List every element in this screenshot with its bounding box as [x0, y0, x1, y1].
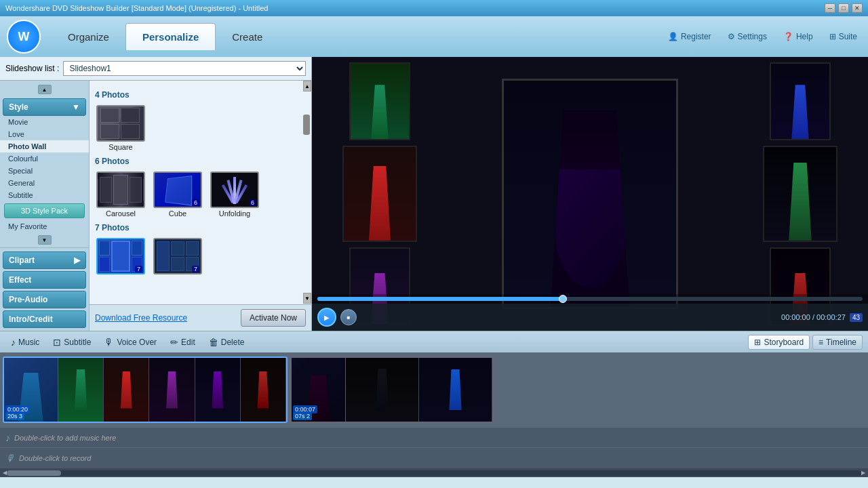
style-item-7b[interactable]: 7 [152, 237, 203, 277]
slideshow-list-label: Slideshow list : [5, 64, 59, 73]
slideshow-bar: Slideshow list : Slideshow1 [0, 57, 311, 81]
left-nav: ▲ Style ▼ Movie Love Photo Wall Colourfu… [0, 81, 90, 331]
style-label-carousel: Carousel [106, 209, 136, 218]
scroll-down-arrow[interactable]: ▼ [38, 235, 52, 245]
activate-now-button[interactable]: Activate Now [241, 309, 306, 327]
voice-icon: 🎙 [104, 337, 114, 348]
style-item-unfolding[interactable]: 6 Unfolding [209, 170, 260, 219]
navbar: W Organize Personalize Create 👤 Register… [0, 16, 868, 57]
style-thumb-carousel [96, 171, 145, 208]
preview-photo-right-top [770, 62, 831, 140]
voice-hint-text: Double-click to record [19, 454, 91, 462]
horizontal-scrollbar[interactable]: ◀ ▶ [0, 468, 868, 477]
subtitle-button[interactable]: ⊡ Subtitle [47, 335, 96, 350]
app-logo: W [7, 20, 41, 54]
close-btn[interactable]: ✕ [852, 3, 863, 13]
help-btn[interactable]: ❓ Help [779, 29, 817, 44]
sidebar-item-movie[interactable]: Movie [0, 116, 89, 128]
section-header-7photos: 7 Photos [95, 223, 300, 232]
play-button[interactable]: ▶ [317, 308, 336, 327]
style-item-carousel[interactable]: Carousel [95, 170, 146, 219]
tab-personalize[interactable]: Personalize [125, 23, 216, 50]
user-icon: 👤 [668, 32, 678, 41]
gear-icon: ⚙ [728, 32, 735, 41]
slide-2-sub-thumbs [346, 358, 492, 422]
slide-1-duration: 0:00:20 [5, 405, 30, 413]
scroll-bottom-btn[interactable]: ▼ [303, 293, 311, 304]
scroll-top-btn[interactable]: ▲ [303, 81, 311, 92]
storyboard-slide-1[interactable]: 20s 3 0:00:20 [3, 357, 288, 423]
preview-area: ▶ ■ 00:00:00 / 00:00:27 43 [312, 57, 868, 331]
voice-over-button[interactable]: 🎙 Voice Over [99, 335, 162, 350]
slide-2-thumb-blue [419, 358, 492, 422]
delete-icon: 🗑 [209, 337, 218, 348]
style-thumb-7b: 7 [153, 238, 202, 274]
preview-photo-left-mid [342, 146, 417, 242]
stop-button[interactable]: ■ [340, 309, 357, 325]
storyboard-slide-2[interactable]: 07s 2 0:00:07 [290, 357, 494, 423]
style-items-7photos: 7 [95, 237, 300, 277]
style-item-cube[interactable]: 6 Cube [152, 170, 203, 219]
scrollbar-track[interactable] [7, 470, 861, 476]
preview-photo-left-top [349, 62, 410, 140]
preview-right-column [732, 57, 868, 331]
style-thumb-7a: 7 [96, 238, 145, 274]
slide-1-sub-thumbs [58, 358, 286, 422]
sidebar-item-photo-wall[interactable]: Photo Wall [0, 140, 89, 152]
style-item-7a[interactable]: 7 [95, 237, 146, 277]
preview-photo-right-mid [763, 146, 837, 242]
sidebar-item-subtitle[interactable]: Subtitle [0, 189, 89, 201]
edit-button[interactable]: ✏ Edit [165, 335, 201, 350]
timeline-view-btn[interactable]: ≡ Timeline [812, 335, 863, 350]
sidebar-item-pre-audio[interactable]: Pre-Audio [3, 291, 86, 308]
scrollbar-thumb[interactable] [7, 470, 61, 476]
voiceover-row[interactable]: 🎙 Double-click to record [0, 447, 868, 468]
progress-track[interactable] [317, 297, 863, 301]
sidebar-item-intro-credit[interactable]: Intro/Credit [3, 310, 86, 328]
music-button[interactable]: ♪ Music [5, 335, 45, 350]
style-thumb-cube: 6 [153, 171, 202, 208]
sidebar-item-effect[interactable]: Effect [3, 271, 86, 289]
storyboard-view-btn[interactable]: ⊞ Storyboard [748, 335, 810, 350]
sidebar-item-general[interactable]: General [0, 177, 89, 189]
download-resource-link[interactable]: Download Free Resource [95, 313, 187, 323]
3d-style-pack-btn[interactable]: 3D Style Pack [4, 203, 85, 218]
slide-1-thumb-purple2 [195, 358, 241, 422]
microphone-icon: 🎙 [5, 453, 15, 464]
suite-btn[interactable]: ⊞ Suite [825, 29, 861, 44]
slide-1-thumb-red2 [241, 358, 286, 422]
style-label-unfolding: Unfolding [219, 209, 250, 218]
tab-organize[interactable]: Organize [52, 23, 125, 50]
scroll-up-arrow[interactable]: ▲ [38, 85, 52, 94]
register-btn[interactable]: 👤 Register [664, 29, 715, 44]
delete-button[interactable]: 🗑 Delete [203, 335, 250, 350]
sidebar-item-colourful[interactable]: Colourful [0, 152, 89, 165]
subtitle-icon: ⊡ [53, 337, 61, 348]
sidebar-item-special[interactable]: Special [0, 165, 89, 177]
timeline-icon: ≡ [818, 338, 823, 347]
tab-create[interactable]: Create [216, 23, 279, 50]
styles-panel: 4 Photos Square [90, 81, 311, 331]
music-row[interactable]: ♪ Double-click to add music here [0, 427, 868, 447]
style-label-cube: Cube [169, 209, 186, 218]
sidebar-item-love[interactable]: Love [0, 128, 89, 140]
maximize-btn[interactable]: □ [838, 3, 849, 13]
styles-content: 4 Photos Square [90, 81, 311, 304]
scroll-thumb[interactable] [303, 115, 310, 135]
progress-handle[interactable] [559, 295, 567, 303]
settings-btn[interactable]: ⚙ Settings [724, 29, 771, 44]
preview-center-photo [502, 79, 678, 309]
minimize-btn[interactable]: ─ [825, 3, 835, 13]
sidebar-item-my-favorite[interactable]: My Favorite [0, 220, 89, 232]
time-display: 00:00:00 / 00:00:27 [781, 313, 846, 321]
style-item-square[interactable]: Square [95, 104, 146, 152]
preview-container: ▶ ■ 00:00:00 / 00:00:27 43 [312, 57, 868, 331]
sidebar-item-style[interactable]: Style ▼ [3, 98, 86, 116]
slide-2-duration: 0:00:07 [293, 405, 317, 413]
progress-fill [317, 297, 563, 301]
slideshow-dropdown[interactable]: Slideshow1 [63, 61, 306, 76]
storyboard-area: 20s 3 0:00:20 [0, 352, 868, 477]
slide-1-main-thumb: 20s 3 0:00:20 [4, 358, 58, 422]
scroll-right-icon[interactable]: ▶ [861, 470, 865, 476]
sidebar-item-clipart[interactable]: Clipart ▶ [3, 251, 86, 269]
